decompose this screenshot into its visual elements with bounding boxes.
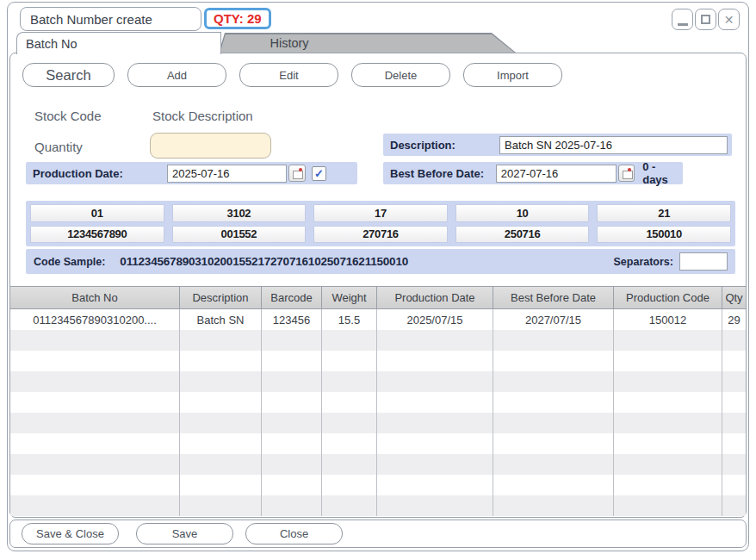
table-cell-empty [377,454,493,475]
table-cell-empty [262,371,322,392]
production-date-row: Production Date: ✓ [26,162,357,184]
table-cell-empty [10,413,180,433]
import-button[interactable]: Import [463,63,562,87]
table-cell-empty [10,475,180,495]
table-row-empty[interactable] [10,351,746,371]
table-cell-empty [722,413,746,433]
code-sample-label: Code Sample: [34,256,105,268]
code-segment-input[interactable] [172,204,307,222]
table-cell-empty [377,371,493,392]
table-cell-empty [322,330,377,351]
table-cell-empty [493,475,614,495]
stock-code-label: Stock Code [34,109,102,123]
table-cell-empty [322,371,377,392]
production-date-input[interactable] [167,165,287,183]
table-cell-empty [10,330,180,351]
maximize-button[interactable] [695,9,716,30]
cell-qty: 29 [722,309,746,330]
column-header-qty[interactable]: Qty [722,287,746,308]
table-cell-empty [493,330,614,351]
table-cell-empty [493,495,614,516]
separators-input[interactable] [679,252,728,271]
code-segment-input[interactable] [455,226,590,244]
column-header-weight[interactable]: Weight [322,287,377,308]
table-row-empty[interactable] [10,495,746,516]
code-segment-input[interactable] [172,226,307,244]
close-button[interactable]: ✕ [718,9,740,30]
save-and-close-button[interactable]: Save & Close [22,523,119,544]
table-cell-empty [722,495,746,516]
table-cell-empty [10,454,180,475]
table-cell-empty [493,351,614,371]
cell-production-date: 2025/07/15 [377,309,493,330]
table-cell-empty [262,433,322,454]
cell-production-code: 150012 [614,309,722,330]
production-date-checkbox[interactable]: ✓ [312,166,326,181]
production-date-calendar-icon[interactable] [288,165,306,182]
table-cell-empty [262,454,322,475]
table-row-empty[interactable] [10,392,746,413]
table-cell-empty [10,495,180,516]
minimize-button[interactable] [672,9,693,30]
tab-history[interactable]: History [219,33,516,53]
code-sample-value: 0112345678903102001552172707161025071621… [120,255,408,268]
column-header-batch-no[interactable]: Batch No [10,287,180,308]
search-button[interactable]: Search [22,63,115,87]
code-segment-input[interactable] [597,226,731,244]
best-before-date-calendar-icon[interactable] [618,165,635,182]
table-cell-empty [262,392,322,413]
column-header-best-before-date[interactable]: Best Before Date [493,287,614,308]
window-title: Batch Number create [20,7,201,31]
footer-bar: Save & Close Save Close [9,520,747,548]
code-segment-input[interactable] [30,226,164,244]
code-segment-input[interactable] [455,204,590,222]
table-cell-empty [722,433,746,454]
maximize-icon [701,15,710,24]
table-cell-empty [262,495,322,516]
batch-table: Batch No Description Barcode Weight Prod… [10,286,746,517]
table-cell-empty [322,392,377,413]
edit-button[interactable]: Edit [239,63,338,87]
column-header-description[interactable]: Description [180,287,262,308]
add-button[interactable]: Add [127,63,226,87]
table-cell-empty [262,330,322,351]
separators-label: Separators: [614,256,673,268]
table-cell-empty [10,371,180,392]
code-segment-input[interactable] [313,204,448,222]
description-input[interactable] [499,136,728,154]
table-row-empty[interactable] [10,454,746,475]
description-row: Description: [383,134,732,156]
tab-batch-no[interactable]: Batch No [16,32,221,54]
delete-button[interactable]: Delete [351,63,450,87]
table-cell-empty [10,351,180,371]
table-cell-empty [493,371,614,392]
table-cell-empty [377,330,493,351]
table-cell-empty [10,392,180,413]
table-row-empty[interactable] [10,330,746,351]
code-segment-input[interactable] [313,226,448,244]
best-before-date-row: Best Before Date: 0 - days [383,162,683,184]
column-header-production-date[interactable]: Production Date [377,287,493,308]
close-form-button[interactable]: Close [245,523,343,544]
table-row-empty[interactable] [10,413,746,433]
best-before-date-input[interactable] [496,165,617,183]
table-cell-empty [493,454,614,475]
table-cell-empty [614,454,722,475]
code-segment-input[interactable] [30,204,164,222]
table-row-empty[interactable] [10,371,746,392]
table-cell-empty [180,433,262,454]
table-row-empty[interactable] [10,475,746,495]
table-cell-empty [377,351,493,371]
batch-table-body: 011234567890310200.... Batch SN 123456 1… [10,309,746,516]
table-cell-empty [493,433,614,454]
table-row[interactable]: 011234567890310200.... Batch SN 123456 1… [10,309,746,330]
table-row-empty[interactable] [10,433,746,454]
save-button[interactable]: Save [136,523,233,544]
quantity-input[interactable] [150,133,271,159]
code-segment-input[interactable] [597,204,731,222]
table-cell-empty [614,351,722,371]
column-header-barcode[interactable]: Barcode [262,287,322,308]
column-header-production-code[interactable]: Production Code [614,287,722,308]
table-cell-empty [614,433,722,454]
table-cell-empty [180,330,262,351]
